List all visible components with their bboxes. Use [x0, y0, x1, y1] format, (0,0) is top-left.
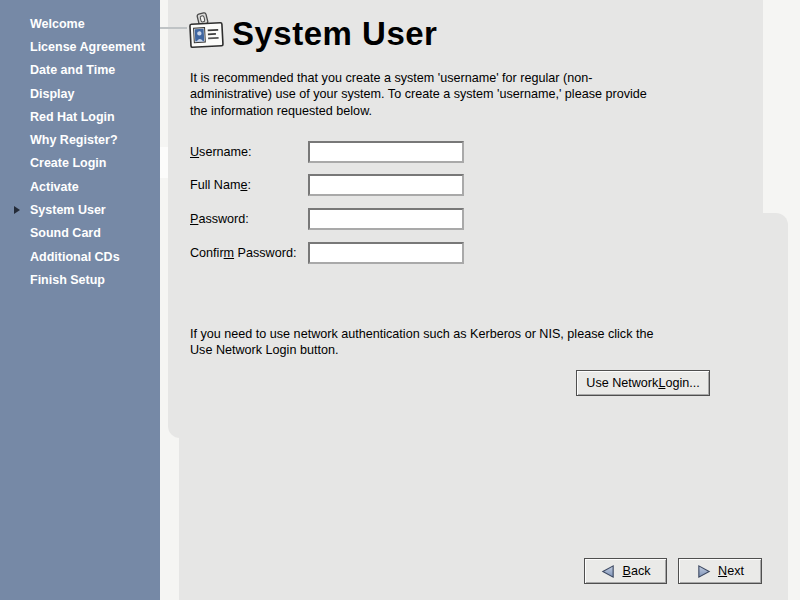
password-row: Password:	[190, 208, 249, 230]
id-badge-icon	[188, 12, 226, 54]
sidebar-item-label: Date and Time	[30, 63, 115, 77]
password-input[interactable]	[308, 208, 464, 230]
sidebar-item-date-and-time: Date and Time	[0, 59, 160, 82]
back-arrow-icon	[600, 564, 616, 579]
username-row: Username:	[190, 141, 252, 163]
back-button[interactable]: Back	[584, 558, 667, 584]
sidebar-step-list: Welcome License Agreement Date and Time …	[0, 0, 160, 600]
sidebar-item-red-hat-login: Red Hat Login	[0, 105, 160, 128]
sidebar-item-create-login: Create Login	[0, 152, 160, 175]
sidebar-item-label: Sound Card	[30, 226, 101, 240]
back-button-label: Back	[622, 564, 650, 578]
sidebar-item-finish-setup: Finish Setup	[0, 268, 160, 291]
use-network-login-button[interactable]: Use Network Login...	[576, 370, 710, 396]
current-step-arrow-icon	[14, 205, 30, 215]
sidebar-item-additional-cds: Additional CDs	[0, 245, 160, 268]
sidebar-item-label: Additional CDs	[30, 250, 120, 264]
intro-text: It is recommended that you create a syst…	[190, 70, 770, 119]
next-arrow-icon	[696, 564, 712, 579]
sidebar-item-label: System User	[30, 203, 106, 217]
sidebar-item-why-register: Why Register?	[0, 128, 160, 151]
sidebar-item-activate: Activate	[0, 175, 160, 198]
sidebar-item-label: License Agreement	[30, 40, 145, 54]
full-name-label: Full Name:	[190, 174, 251, 196]
confirm-password-label: Confirm Password:	[190, 242, 296, 264]
username-label: Username:	[190, 141, 252, 163]
footer-panel	[179, 213, 788, 600]
full-name-row: Full Name:	[190, 174, 251, 196]
sidebar-item-label: Activate	[30, 180, 79, 194]
sidebar-item-label: Display	[30, 87, 74, 101]
sidebar-item-label: Create Login	[30, 156, 106, 170]
sidebar-connector-line	[160, 27, 187, 29]
sidebar-item-label: Red Hat Login	[30, 110, 115, 124]
next-button-label: Next	[718, 564, 744, 578]
sidebar-item-welcome: Welcome	[0, 12, 160, 35]
next-button[interactable]: Next	[678, 558, 762, 584]
sidebar-item-label: Finish Setup	[30, 273, 105, 287]
sidebar-item-label: Why Register?	[30, 133, 118, 147]
page-title: System User	[232, 14, 437, 54]
sidebar-item-display: Display	[0, 82, 160, 105]
network-auth-text: If you need to use network authenticatio…	[190, 326, 770, 359]
sidebar-item-license-agreement: License Agreement	[0, 35, 160, 58]
sidebar-item-label: Welcome	[30, 17, 85, 31]
password-label: Password:	[190, 208, 249, 230]
confirm-password-input[interactable]	[308, 242, 464, 264]
sidebar-edge-highlight	[160, 147, 168, 178]
username-input[interactable]	[308, 141, 464, 163]
full-name-input[interactable]	[308, 174, 464, 196]
sidebar-item-system-user: System User	[0, 198, 160, 221]
sidebar-item-sound-card: Sound Card	[0, 222, 160, 245]
confirm-password-row: Confirm Password:	[190, 242, 296, 264]
